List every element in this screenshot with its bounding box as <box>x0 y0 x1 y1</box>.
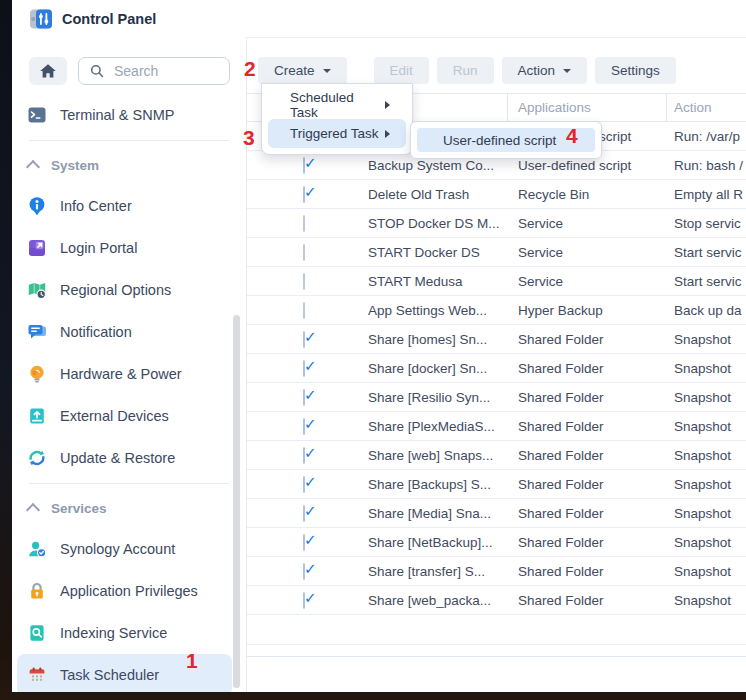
sidebar-item-terminal-snmp[interactable]: Terminal & SNMP <box>17 94 232 136</box>
row-checkbox-cell <box>247 506 358 521</box>
update-restore-icon <box>27 448 47 468</box>
task-application-cell: Shared Folder <box>508 361 667 376</box>
sidebar-item-regional-options[interactable]: Regional Options <box>17 269 232 311</box>
sidebar-item-task-scheduler[interactable]: Task Scheduler <box>17 654 232 692</box>
task-application-cell: Shared Folder <box>508 477 667 492</box>
row-checkbox-cell <box>247 477 358 492</box>
sidebar-item-hardware-power[interactable]: Hardware & Power <box>17 353 232 395</box>
sidebar-item-info-center[interactable]: Info Center <box>17 185 232 227</box>
sidebar-item-label: Task Scheduler <box>60 667 159 683</box>
run-button[interactable]: Run <box>437 57 494 84</box>
task-enabled-checkbox[interactable] <box>303 244 305 261</box>
indexing-service-icon <box>27 623 47 643</box>
task-name-cell: Backup System Co... <box>358 158 508 173</box>
table-row[interactable]: Delete Old Trash Recycle Bin Empty all R <box>247 180 746 209</box>
header-applications-column[interactable]: Applications <box>508 94 667 121</box>
task-enabled-checkbox[interactable] <box>303 186 305 203</box>
task-enabled-checkbox[interactable] <box>303 302 305 319</box>
home-button[interactable] <box>29 57 67 85</box>
caret-down-icon <box>323 69 331 77</box>
page-title: Control Panel <box>62 11 156 27</box>
task-enabled-checkbox[interactable] <box>303 505 305 522</box>
sidebar-item-login-portal[interactable]: Login Portal <box>17 227 232 269</box>
task-enabled-checkbox[interactable] <box>303 447 305 464</box>
task-action-cell: Empty all R <box>667 187 746 202</box>
group-header-label: System <box>51 158 99 173</box>
task-action-cell: Snapshot <box>667 390 746 405</box>
row-checkbox-cell <box>247 535 358 550</box>
table-row[interactable]: Share [web_packa... Shared Folder Snapsh… <box>247 586 746 615</box>
table-row[interactable]: Share [Backups] S... Shared Folder Snaps… <box>247 470 746 499</box>
task-enabled-checkbox[interactable] <box>303 534 305 551</box>
sidebar-item-update-restore[interactable]: Update & Restore <box>17 437 232 479</box>
task-enabled-checkbox[interactable] <box>303 563 305 580</box>
task-action-cell: Snapshot <box>667 448 746 463</box>
table-row[interactable]: Share [Media] Sna... Shared Folder Snaps… <box>247 499 746 528</box>
annotation-step-4: 4 <box>566 125 578 146</box>
terminal-icon <box>27 105 47 125</box>
table-row[interactable]: START Docker DS Service Start servic <box>247 238 746 267</box>
search-box[interactable] <box>78 57 230 85</box>
hardware-power-icon <box>27 364 47 384</box>
row-checkbox-cell <box>247 245 358 260</box>
menu-item-triggered-task[interactable]: Triggered Task <box>268 119 406 148</box>
run-button-label: Run <box>453 63 478 78</box>
row-checkbox-cell <box>247 216 358 231</box>
row-checkbox-cell <box>247 303 358 318</box>
task-application-cell: Shared Folder <box>508 332 667 347</box>
settings-button[interactable]: Settings <box>595 57 676 84</box>
create-button[interactable]: Create <box>258 57 347 84</box>
sidebar-item-notification[interactable]: Notification <box>17 311 232 353</box>
table-row[interactable]: App Settings Web... Hyper Backup Back up… <box>247 296 746 325</box>
sidebar-item-external-devices[interactable]: External Devices <box>17 395 232 437</box>
table-row[interactable]: Share [homes] Sn... Shared Folder Snapsh… <box>247 325 746 354</box>
table-row[interactable]: Share [NetBackup]... Shared Folder Snaps… <box>247 528 746 557</box>
annotation-step-2: 2 <box>244 58 256 79</box>
application-privileges-icon <box>27 581 47 601</box>
task-enabled-checkbox[interactable] <box>303 476 305 493</box>
table-row[interactable]: Share [web] Snaps... Shared Folder Snaps… <box>247 441 746 470</box>
search-input[interactable] <box>112 62 219 80</box>
submenu-arrow-icon <box>385 101 394 109</box>
sidebar-item-label: Info Center <box>60 198 132 214</box>
table-row[interactable]: Share [docker] Sn... Shared Folder Snaps… <box>247 354 746 383</box>
table-row[interactable]: Share [PlexMediaS... Shared Folder Snaps… <box>247 412 746 441</box>
menu-item-scheduled-task[interactable]: Scheduled Task <box>268 90 406 119</box>
regional-options-icon <box>27 280 47 300</box>
task-name-cell: Share [PlexMediaS... <box>358 419 508 434</box>
task-enabled-checkbox[interactable] <box>303 592 305 609</box>
table-row[interactable]: Share [Resilio Syn... Shared Folder Snap… <box>247 383 746 412</box>
task-enabled-checkbox[interactable] <box>303 389 305 406</box>
titlebar: Control Panel <box>12 0 746 37</box>
row-checkbox-cell <box>247 448 358 463</box>
task-enabled-checkbox[interactable] <box>303 273 305 290</box>
task-enabled-checkbox[interactable] <box>303 215 305 232</box>
login-portal-icon <box>27 238 47 258</box>
info-center-icon <box>27 196 47 216</box>
task-enabled-checkbox[interactable] <box>303 418 305 435</box>
synology-account-icon <box>27 539 47 559</box>
sidebar-item-label: Terminal & SNMP <box>60 107 174 123</box>
task-enabled-checkbox[interactable] <box>303 360 305 377</box>
action-button[interactable]: Action <box>502 57 588 84</box>
task-name-cell: Share [Backups] S... <box>358 477 508 492</box>
row-checkbox-cell <box>247 274 358 289</box>
sidebar-item-application-privileges[interactable]: Application Privileges <box>17 570 232 612</box>
task-action-cell: Snapshot <box>667 564 746 579</box>
table-row[interactable]: Share [transfer] S... Shared Folder Snap… <box>247 557 746 586</box>
header-action-column[interactable]: Action <box>667 94 746 121</box>
sidebar-item-label: Login Portal <box>60 240 137 256</box>
task-application-cell: Shared Folder <box>508 419 667 434</box>
sidebar-group-system[interactable]: System <box>12 145 246 185</box>
sidebar-item-synology-account[interactable]: Synology Account <box>17 528 232 570</box>
task-enabled-checkbox[interactable] <box>303 157 305 174</box>
sidebar-group-services[interactable]: Services <box>12 488 246 528</box>
group-header-label: Services <box>51 501 107 516</box>
table-row[interactable]: START Medusa Service Start servic <box>247 267 746 296</box>
sidebar-item-indexing-service[interactable]: Indexing Service <box>17 612 232 654</box>
edit-button[interactable]: Edit <box>374 57 429 84</box>
task-enabled-checkbox[interactable] <box>303 331 305 348</box>
table-row[interactable]: STOP Docker DS M... Service Stop servic <box>247 209 746 238</box>
task-name-cell: Share [web_packa... <box>358 593 508 608</box>
sidebar-scrollbar[interactable] <box>233 315 240 688</box>
